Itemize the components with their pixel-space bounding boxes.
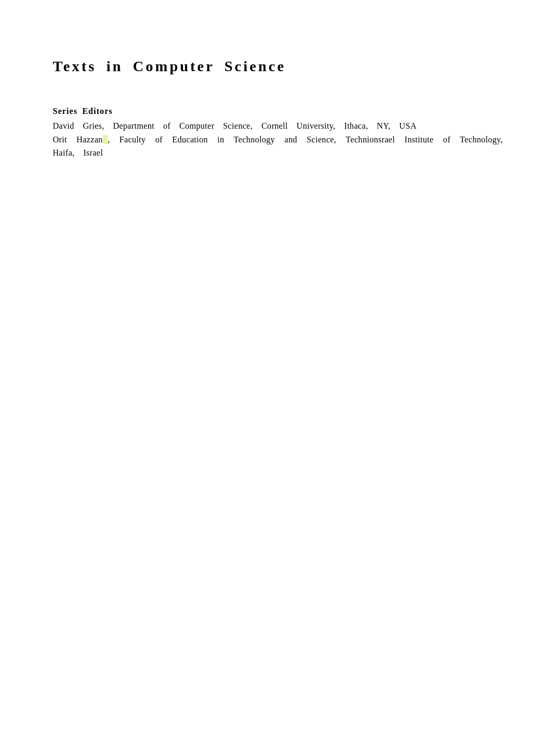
technion-overlap: on [370, 135, 379, 144]
series-editors-label: Series Editors [53, 107, 507, 116]
series-section: Series Editors David Gries, Department o… [53, 107, 507, 160]
highlight-span [103, 135, 108, 144]
editor-2-line: Orit Hazzan , Faculty of Education in Te… [53, 133, 507, 160]
editor-1-line: David Gries, Department of Computer Scie… [53, 119, 507, 133]
page-title: Texts in Computer Science [53, 58, 507, 75]
